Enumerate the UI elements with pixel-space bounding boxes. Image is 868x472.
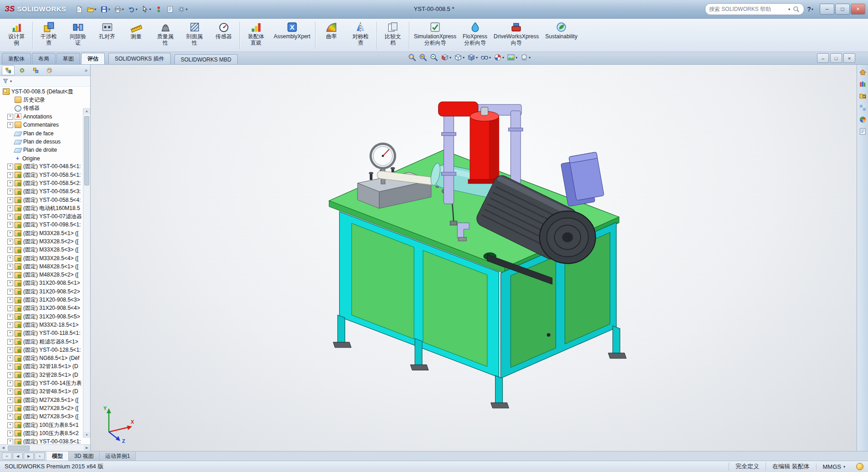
- undo-button[interactable]: ▾: [126, 5, 139, 14]
- expand-icon[interactable]: +: [7, 272, 13, 278]
- tree-vertical-scrollbar[interactable]: ▲ ▼: [83, 108, 90, 438]
- tab-SOLIDWORKS 插件[interactable]: SOLIDWORKS 插件: [108, 53, 171, 64]
- expand-icon[interactable]: +: [7, 205, 13, 211]
- expand-icon[interactable]: +: [7, 114, 13, 120]
- display-manager-tab[interactable]: [43, 65, 56, 75]
- tab-scroll-button[interactable]: »: [35, 452, 45, 460]
- zoom-fit-button[interactable]: [407, 53, 417, 62]
- expand-icon[interactable]: +: [7, 222, 13, 228]
- display-style-button[interactable]: ▾: [466, 53, 479, 62]
- expand-icon[interactable]: +: [7, 414, 13, 420]
- new-document-button[interactable]: [74, 5, 84, 14]
- assembly-vis-button[interactable]: 装配体直观: [241, 20, 271, 51]
- tree-item[interactable]: +(固定) M33X28.5<1> ([: [1, 229, 83, 237]
- tree-item[interactable]: +(固定) 电动机160M18.5: [1, 204, 83, 212]
- home-button[interactable]: [859, 68, 867, 76]
- tree-item[interactable]: +(固定) YST-00-038.5<1:: [1, 437, 83, 444]
- expand-icon[interactable]: +: [7, 231, 13, 236]
- tab-草图[interactable]: 草图: [56, 53, 80, 64]
- sustainability-button[interactable]: Sustainability: [542, 20, 581, 51]
- scroll-left-icon[interactable]: ◀: [0, 445, 6, 451]
- view-settings-button[interactable]: ▾: [519, 53, 531, 62]
- tree-item[interactable]: +(固定) YST-00-118.5<1:: [1, 329, 83, 338]
- interference-button[interactable]: 干涉检查: [34, 20, 63, 51]
- open-button[interactable]: ▾: [85, 5, 98, 14]
- symmetry-button[interactable]: 对称检查: [346, 20, 375, 51]
- tree-item[interactable]: Plan de face: [1, 129, 83, 137]
- doc-tab-模型[interactable]: 模型: [46, 451, 69, 461]
- curvature-button[interactable]: 曲率: [317, 20, 346, 51]
- tab-scroll-button[interactable]: ▶: [24, 452, 34, 460]
- expand-icon[interactable]: +: [7, 172, 13, 178]
- assemblyxpert-button[interactable]: XAssemblyXpert: [271, 20, 314, 51]
- tree-item[interactable]: +(固定) M27X28.5<2> ([: [1, 404, 83, 412]
- expand-icon[interactable]: +: [7, 322, 13, 328]
- tab-评估[interactable]: 评估: [81, 53, 105, 64]
- tree-item[interactable]: +(固定) 31X20-908.5<3>: [1, 296, 83, 304]
- previous-view-button[interactable]: [429, 53, 439, 62]
- file-explorer-button[interactable]: [859, 92, 867, 100]
- expand-icon[interactable]: +: [7, 339, 13, 345]
- tree-horizontal-scrollbar[interactable]: ◀ ▶: [0, 444, 90, 451]
- tree-item[interactable]: +(固定) YST-00-048.5<1:: [1, 163, 83, 171]
- close-button[interactable]: ×: [851, 4, 865, 15]
- zoom-area-button[interactable]: [418, 53, 428, 62]
- tree-item[interactable]: +(固定) 100压力表8.5<2: [1, 429, 83, 437]
- sensor-button[interactable]: 传感器: [209, 20, 238, 51]
- tree-item[interactable]: +(固定) 31X20-908.5<4>: [1, 304, 83, 313]
- doc-tab-运动算例1[interactable]: 运动算例1: [100, 451, 136, 461]
- tree-item[interactable]: +(固定) 100压力表8.5<1: [1, 421, 83, 429]
- tree-item[interactable]: +(固定) 32管48.5<1> (D: [1, 388, 83, 396]
- expand-icon[interactable]: +: [7, 189, 13, 195]
- tab-scroll-button[interactable]: «: [2, 452, 12, 460]
- tree-item[interactable]: +(固定) M33X28.5<4> ([: [1, 254, 83, 262]
- tree-item[interactable]: +(固定) M33X28.5<3> ([: [1, 246, 83, 254]
- tree-item[interactable]: +(固定) YST-00-098.5<1:: [1, 221, 83, 229]
- tree-item[interactable]: 传感器: [1, 104, 83, 113]
- design-study-button[interactable]: 设计算例: [2, 20, 31, 51]
- expand-icon[interactable]: +: [7, 431, 13, 436]
- view-palette-button[interactable]: [859, 104, 867, 112]
- help-button[interactable]: ?▾: [804, 4, 816, 15]
- tree-item[interactable]: +(固定) YST-00-14压力表: [1, 379, 83, 387]
- tree-item[interactable]: Plan de dessus: [1, 138, 83, 146]
- tree-item[interactable]: +(固定) YST-00-058.5<1:: [1, 171, 83, 179]
- tree-item[interactable]: +(固定) M27X28.5<1> ([: [1, 396, 83, 404]
- tree-item[interactable]: +(固定) NG68.5<1> (Déf: [1, 354, 83, 363]
- expand-icon[interactable]: +: [7, 305, 13, 311]
- floxpress-button[interactable]: FloXpress分析向导: [460, 20, 490, 51]
- scroll-down-icon[interactable]: ▼: [83, 432, 90, 438]
- tree-item[interactable]: 历史记录: [1, 96, 83, 104]
- appearances-button[interactable]: [859, 116, 867, 123]
- hide-show-button[interactable]: ▾: [480, 53, 492, 62]
- hole-align-button[interactable]: 孔对齐: [92, 20, 122, 51]
- doc-minimize-button[interactable]: –: [817, 53, 829, 63]
- tree-item[interactable]: +(固定) YST-00-058.5<4:: [1, 196, 83, 204]
- expand-icon[interactable]: +: [7, 256, 13, 262]
- rebuild-button[interactable]: [153, 5, 164, 14]
- doc-close-button[interactable]: ×: [843, 53, 855, 63]
- tree-item[interactable]: +(固定) 31X20-908.5<5>: [1, 313, 83, 321]
- expand-icon[interactable]: +: [7, 355, 13, 361]
- panel-collapse-chevron-icon[interactable]: »: [85, 67, 88, 73]
- tree-item[interactable]: +(固定) 粗滤芯器8.5<1>: [1, 338, 83, 346]
- scrollbar-thumb[interactable]: [8, 446, 30, 451]
- graphics-viewport[interactable]: Y X Z: [91, 65, 857, 451]
- print-button[interactable]: ▾: [112, 5, 125, 14]
- tree-item[interactable]: +(固定) YST-00-058.5<3:: [1, 188, 83, 196]
- minimize-button[interactable]: –: [820, 4, 834, 15]
- tree-item[interactable]: +(固定) M48X28.5<1> ([: [1, 262, 83, 271]
- tree-item[interactable]: +(固定) 32管28.5<1> (D: [1, 371, 83, 379]
- tab-scroll-button[interactable]: ◀: [13, 452, 23, 460]
- expand-icon[interactable]: +: [7, 239, 13, 245]
- filter-funnel-icon[interactable]: [2, 78, 9, 84]
- view-orientation-button[interactable]: ▾: [453, 53, 465, 62]
- quick-tip-icon[interactable]: [856, 463, 863, 470]
- expand-icon[interactable]: +: [7, 247, 13, 253]
- expand-icon[interactable]: +: [7, 347, 13, 353]
- expand-icon[interactable]: +: [7, 180, 13, 186]
- expand-icon[interactable]: +: [7, 397, 13, 403]
- section-props-button[interactable]: 剖面属性: [180, 20, 209, 51]
- compare-docs-button[interactable]: 比较文档: [378, 20, 408, 51]
- expand-icon[interactable]: +: [7, 122, 13, 128]
